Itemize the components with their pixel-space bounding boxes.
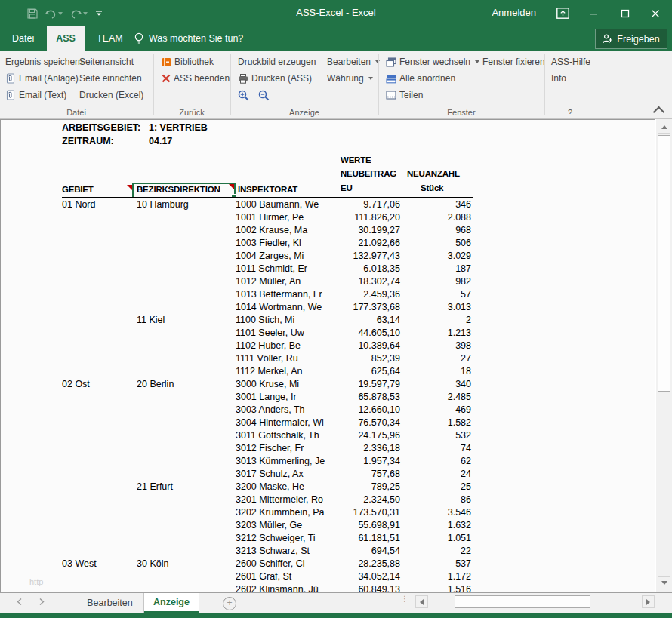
- cell-gebiet[interactable]: [62, 417, 137, 429]
- cell-gebiet[interactable]: [62, 570, 137, 583]
- cell-inspektorat[interactable]: 1112 Merkel, An: [236, 365, 339, 378]
- horizontal-scrollbar-thumb[interactable]: [455, 595, 590, 608]
- cell-neubeitrag[interactable]: 34.052,14: [339, 570, 400, 583]
- cell-gebiet[interactable]: 01 Nord: [62, 198, 137, 211]
- header-eu[interactable]: EU: [341, 183, 353, 192]
- cell-neubeitrag[interactable]: 177.373,68: [339, 301, 400, 314]
- tab-team[interactable]: TEAM: [85, 26, 135, 51]
- cell-neuanzahl[interactable]: 982: [400, 275, 471, 288]
- cell-neuanzahl[interactable]: 3.013: [400, 301, 471, 314]
- scroll-left-button[interactable]: [415, 595, 428, 608]
- cell-bezirksdirektion[interactable]: 20 Berlin: [137, 378, 236, 391]
- cell-neubeitrag[interactable]: 19.597,79: [339, 378, 400, 391]
- cell-inspektorat[interactable]: 3200 Maske, He: [236, 481, 339, 493]
- cell-bezirksdirektion[interactable]: [137, 583, 236, 592]
- cell-bezirksdirektion[interactable]: [137, 404, 236, 417]
- cell-inspektorat[interactable]: 1011 Schmidt, Er: [236, 263, 339, 275]
- cell-inspektorat[interactable]: 3000 Kruse, Mi: [236, 378, 339, 391]
- zeitraum-row[interactable]: ZEITRAUM: 04.17: [62, 136, 172, 146]
- ass-beenden-button[interactable]: ASS beenden: [162, 72, 230, 85]
- scroll-right-button[interactable]: [642, 595, 655, 608]
- cell-bezirksdirektion[interactable]: [137, 532, 236, 545]
- fenster-wechseln-dropdown[interactable]: Fenster wechseln: [386, 55, 479, 69]
- cell-inspektorat[interactable]: 3202 Krummbein, Pa: [236, 506, 339, 519]
- drucken-excel-button[interactable]: Drucken (Excel): [79, 88, 143, 102]
- cell-gebiet[interactable]: [62, 468, 137, 481]
- cell-neubeitrag[interactable]: 12.660,10: [339, 404, 400, 417]
- cell-neubeitrag[interactable]: 625,64: [339, 365, 400, 378]
- cell-inspektorat[interactable]: 3201 Mittermeier, Ro: [236, 493, 339, 506]
- maximize-button[interactable]: [608, 0, 642, 26]
- alle-anordnen-button[interactable]: Alle anordnen: [386, 72, 455, 85]
- cell-gebiet[interactable]: [62, 250, 137, 263]
- drucken-ass-button[interactable]: Drucken (ASS): [238, 72, 312, 85]
- cell-neuanzahl[interactable]: 62: [400, 455, 471, 468]
- cell-bezirksdirektion[interactable]: [137, 506, 236, 519]
- cell-neubeitrag[interactable]: 63,14: [339, 314, 400, 327]
- waehrung-dropdown[interactable]: Währung: [327, 72, 373, 85]
- cell-neubeitrag[interactable]: 6.018,35: [339, 263, 400, 275]
- scroll-up-button[interactable]: [658, 121, 670, 134]
- cell-neubeitrag[interactable]: 76.570,34: [339, 417, 400, 429]
- cell-neubeitrag[interactable]: 28.235,88: [339, 558, 400, 570]
- sign-in-link[interactable]: Anmelden: [492, 7, 536, 18]
- header-inspektorat[interactable]: INSPEKTORAT: [238, 185, 297, 194]
- cell-gebiet[interactable]: [62, 493, 137, 506]
- cell-neuanzahl[interactable]: 398: [400, 340, 471, 352]
- header-gebiet[interactable]: GEBIET: [62, 185, 94, 194]
- cell-neuanzahl[interactable]: 3.029: [400, 250, 471, 263]
- cell-neubeitrag[interactable]: 132.977,43: [339, 250, 400, 263]
- zoom-in-button[interactable]: [238, 88, 249, 102]
- cell-neuanzahl[interactable]: 74: [400, 442, 471, 455]
- cell-neuanzahl[interactable]: 1.582: [400, 417, 471, 429]
- cell-bezirksdirektion[interactable]: [137, 288, 236, 301]
- cell-gebiet[interactable]: 02 Ost: [62, 378, 137, 391]
- tab-ass[interactable]: ASS: [47, 26, 85, 51]
- cell-neubeitrag[interactable]: 30.199,27: [339, 224, 400, 237]
- cell-gebiet[interactable]: [62, 545, 137, 558]
- cell-gebiet[interactable]: [62, 211, 137, 224]
- cell-neubeitrag[interactable]: 111.826,20: [339, 211, 400, 224]
- cell-bezirksdirektion[interactable]: [137, 519, 236, 532]
- cell-neuanzahl[interactable]: 1.172: [400, 570, 471, 583]
- cell-bezirksdirektion[interactable]: [137, 352, 236, 365]
- cell-neuanzahl[interactable]: 506: [400, 237, 471, 250]
- cell-inspektorat[interactable]: 3011 Gottschalk, Th: [236, 429, 339, 442]
- cell-neubeitrag[interactable]: 10.389,64: [339, 340, 400, 352]
- cell-gebiet[interactable]: [62, 455, 137, 468]
- cell-neuanzahl[interactable]: 532: [400, 429, 471, 442]
- cell-neuanzahl[interactable]: 346: [400, 198, 471, 211]
- cell-bezirksdirektion[interactable]: [137, 365, 236, 378]
- cell-neuanzahl[interactable]: 2: [400, 314, 471, 327]
- cell-neuanzahl[interactable]: 2.088: [400, 211, 471, 224]
- cell-neubeitrag[interactable]: 55.698,91: [339, 519, 400, 532]
- ribbon-display-options-icon[interactable]: [555, 6, 570, 20]
- cell-bezirksdirektion[interactable]: 21 Erfurt: [137, 481, 236, 493]
- header-stueck[interactable]: Stück: [421, 183, 443, 192]
- cell-bezirksdirektion[interactable]: [137, 250, 236, 263]
- cell-inspektorat[interactable]: 2601 Graf, St: [236, 570, 339, 583]
- cell-inspektorat[interactable]: 3013 Kümmerling, Je: [236, 455, 339, 468]
- cell-neubeitrag[interactable]: 852,39: [339, 352, 400, 365]
- cell-gebiet[interactable]: [62, 404, 137, 417]
- cell-gebiet[interactable]: [62, 352, 137, 365]
- cell-neubeitrag[interactable]: 2.336,18: [339, 442, 400, 455]
- cell-gebiet[interactable]: 03 West: [62, 558, 137, 570]
- cell-gebiet[interactable]: [62, 481, 137, 493]
- cell-inspektorat[interactable]: 3213 Schwarz, St: [236, 545, 339, 558]
- cell-gebiet[interactable]: [62, 506, 137, 519]
- collapse-ribbon-icon[interactable]: [653, 106, 665, 118]
- cell-inspektorat[interactable]: 3017 Schulz, Ax: [236, 468, 339, 481]
- close-button[interactable]: [638, 0, 672, 26]
- info-button[interactable]: Info: [551, 72, 566, 85]
- header-werte[interactable]: WERTE: [341, 155, 371, 164]
- vertical-scrollbar[interactable]: [656, 119, 672, 592]
- scrollbar-resize-grip[interactable]: ⋮: [401, 597, 405, 601]
- cell-neubeitrag[interactable]: 694,54: [339, 545, 400, 558]
- cell-neubeitrag[interactable]: 44.605,10: [339, 327, 400, 340]
- cell-gebiet[interactable]: [62, 429, 137, 442]
- cell-neubeitrag[interactable]: 9.717,06: [339, 198, 400, 211]
- cell-bezirksdirektion[interactable]: [137, 417, 236, 429]
- cell-neubeitrag[interactable]: 65.878,53: [339, 391, 400, 404]
- cell-inspektorat[interactable]: 2600 Schiffer, Cl: [236, 558, 339, 570]
